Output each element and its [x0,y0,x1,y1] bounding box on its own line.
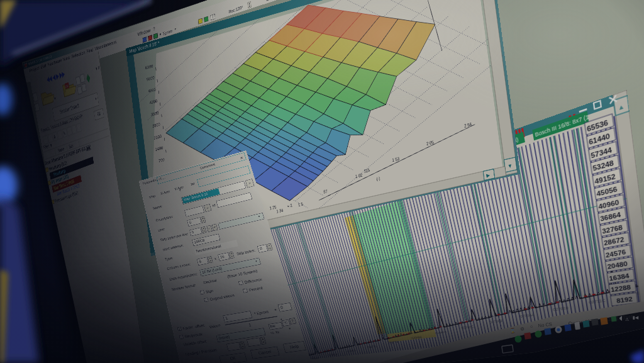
svg-text:▶: ▶ [486,172,491,178]
svg-text:▼: ▼ [507,162,513,169]
svg-text:026E88: 026E88 [311,357,319,360]
svg-text:(-): (-) [376,176,380,181]
svg-text:57: 57 [323,189,328,194]
